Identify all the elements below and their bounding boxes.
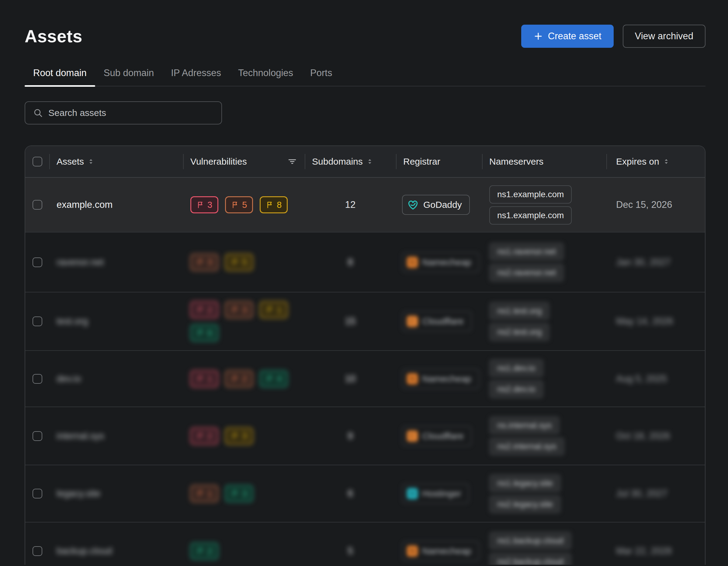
flag-icon [196, 258, 204, 266]
sort-icon[interactable] [88, 158, 94, 165]
top-bar: Assets Create asset View archived [25, 24, 705, 48]
expires-date: Dec 15, 2026 [616, 199, 672, 210]
nameserver-chip: ns1.example.com [489, 206, 572, 224]
column-header-subdomains[interactable]: Subdomains [305, 146, 396, 177]
flag-icon [196, 432, 204, 440]
registrar-name: Hostinger [422, 488, 461, 499]
vulnerability-count: 4 [277, 374, 282, 384]
tab-sub-domain[interactable]: Sub domain [95, 68, 162, 86]
flag-icon [196, 490, 204, 498]
vulnerability-badges: 2316 [190, 301, 297, 342]
godaddy-logo-icon [407, 199, 419, 210]
filter-icon[interactable] [288, 157, 297, 166]
row-checkbox[interactable] [33, 317, 42, 326]
column-header-assets[interactable]: Assets [49, 146, 183, 177]
search-icon [33, 108, 43, 118]
tab-root-domain[interactable]: Root domain [25, 68, 95, 86]
nameserver-chip: ns1.legacy.site [489, 474, 561, 492]
table-row[interactable]: internal.sys239CCloudflarens.internal.sy… [25, 407, 705, 465]
expires-cell: Aug 5, 2025 [606, 351, 705, 407]
nameserver-chip: ns1.dev.io [489, 359, 543, 377]
asset-cell: ravenor.net [49, 232, 183, 292]
subdomains-count: 5 [348, 546, 353, 557]
registrar-name: Namecheap [422, 374, 471, 384]
asset-cell: example.com [49, 178, 183, 232]
row-checkbox[interactable] [33, 200, 42, 210]
tab-technologies[interactable]: Technologies [230, 68, 302, 86]
sort-icon[interactable] [663, 158, 670, 165]
row-checkbox[interactable] [33, 431, 42, 441]
subdomains-cell: 9 [305, 407, 396, 465]
registrar-badge: NNamecheap [402, 369, 479, 389]
subdomains-cell: 15 [305, 293, 396, 350]
asset-cell: legacy.site [49, 465, 183, 522]
vulnerability-badges: 35 [190, 254, 253, 271]
vulnerability-badge-medium: 1 [260, 301, 288, 318]
tab-ports[interactable]: Ports [302, 68, 341, 86]
vulnerability-count: 5 [242, 257, 247, 267]
asset-cell: dev.io [49, 351, 183, 407]
registrar-cell: CCloudflare [396, 407, 482, 465]
create-asset-label: Create asset [548, 31, 601, 42]
row-checkbox[interactable] [33, 257, 42, 267]
flag-icon [196, 201, 204, 209]
nameserver-chip: ns2.legacy.site [489, 495, 561, 513]
create-asset-button[interactable]: Create asset [521, 25, 614, 48]
registrar-name: Cloudflare [422, 316, 464, 327]
vulnerability-badge-critical: 2 [190, 301, 218, 318]
row-checkbox-cell [25, 523, 49, 565]
vulnerability-count: 6 [207, 328, 212, 338]
registrar-name: Namecheap [422, 546, 471, 556]
vulnerability-badges: 124 [190, 370, 288, 387]
column-header-vulnerabilities[interactable]: Vulnerabilities [183, 146, 305, 177]
select-all-checkbox[interactable] [33, 157, 42, 166]
table-row[interactable]: dev.io12410NNamecheapns1.dev.ions2.dev.i… [25, 351, 705, 407]
table-row[interactable]: ravenor.net358NNamecheapns1.ravenor.netn… [25, 232, 705, 293]
row-checkbox[interactable] [33, 374, 42, 384]
table-row[interactable]: legacy.site136HHostingerns1.legacy.siten… [25, 465, 705, 523]
nameservers-cell: ns.internal.sysns2.internal.sys [482, 407, 606, 465]
asset-cell: test.org [49, 293, 183, 350]
vulnerabilities-cell: 35 [183, 232, 305, 292]
table-row[interactable]: test.org231615CCloudflarens1.test.orgns2… [25, 293, 705, 351]
search-box[interactable] [25, 101, 222, 124]
table-row[interactable]: backup.cloud25NNamecheapns1.backup.cloud… [25, 523, 705, 565]
vulnerability-count: 2 [207, 305, 212, 315]
vulnerability-count: 3 [242, 489, 247, 499]
plus-icon [533, 31, 543, 41]
vulnerability-badge-high: 3 [190, 254, 218, 271]
nameserver-chip: ns2.internal.sys [489, 437, 564, 456]
row-checkbox-cell [25, 351, 49, 407]
subdomains-count: 15 [345, 316, 355, 327]
column-header-expires[interactable]: Expires on [606, 146, 705, 177]
registrar-cell: NNamecheap [396, 351, 482, 407]
registrar-name: Cloudflare [422, 431, 464, 441]
sort-icon[interactable] [366, 158, 373, 165]
vulnerability-badge-high: 2 [225, 370, 253, 387]
expires-cell: Mar 22, 2028 [606, 523, 705, 565]
nameservers-cell: ns1.ravenor.netns2.ravenor.net [482, 232, 606, 292]
column-header-nameservers: Nameservers [482, 146, 606, 177]
subdomains-cell: 6 [305, 465, 396, 522]
expires-date: Mar 22, 2028 [616, 546, 672, 557]
vulnerability-count: 2 [242, 374, 247, 384]
page-title: Assets [25, 26, 82, 46]
table-row[interactable]: example.com35812GoDaddyns1.example.comns… [25, 178, 705, 232]
registrar-logo-icon: C [407, 431, 418, 442]
nameservers-cell: ns1.backup.cloudns2.backup.cloud [482, 523, 606, 565]
row-checkbox[interactable] [33, 546, 42, 556]
subdomains-cell: 8 [305, 232, 396, 292]
vulnerability-badge-low: 4 [260, 370, 288, 387]
row-checkbox[interactable] [33, 489, 42, 498]
vulnerability-badges: 2 [190, 543, 218, 560]
tab-ip-adresses[interactable]: IP Adresses [162, 68, 230, 86]
vulnerability-badge-critical: 2 [190, 428, 218, 445]
table-header: Assets Vulnerabilities Subdomains Regist… [25, 146, 705, 178]
registrar-cell: CCloudflare [396, 293, 482, 350]
vulnerabilities-cell: 2316 [183, 293, 305, 350]
expires-cell: Dec 15, 2026 [606, 178, 705, 232]
flag-icon [231, 490, 239, 498]
view-archived-button[interactable]: View archived [623, 25, 705, 48]
flag-icon [231, 432, 239, 440]
search-input[interactable] [25, 102, 221, 124]
